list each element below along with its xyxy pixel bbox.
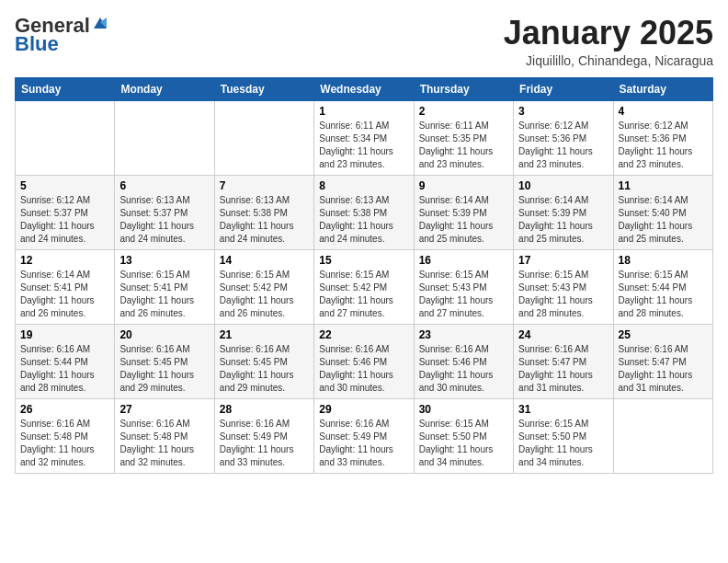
logo-blue: Blue <box>15 33 59 55</box>
day-info: Sunrise: 6:11 AM Sunset: 5:35 PM Dayligh… <box>419 120 508 171</box>
day-number: 8 <box>319 179 408 192</box>
day-info: Sunrise: 6:14 AM Sunset: 5:40 PM Dayligh… <box>619 194 708 246</box>
calendar-cell: 16Sunrise: 6:15 AM Sunset: 5:43 PM Dayli… <box>414 249 513 324</box>
calendar-table: SundayMondayTuesdayWednesdayThursdayFrid… <box>15 77 713 474</box>
day-number: 17 <box>518 254 608 267</box>
calendar-dow-tuesday: Tuesday <box>214 77 313 100</box>
title-block: January 2025 Jiquilillo, Chinandega, Nic… <box>504 15 713 68</box>
calendar-dow-sunday: Sunday <box>16 77 115 100</box>
calendar-cell: 4Sunrise: 6:12 AM Sunset: 5:36 PM Daylig… <box>613 100 712 175</box>
day-number: 18 <box>619 254 708 267</box>
logo: General Blue <box>15 15 108 55</box>
day-info: Sunrise: 6:15 AM Sunset: 5:43 PM Dayligh… <box>518 269 608 320</box>
day-info: Sunrise: 6:16 AM Sunset: 5:46 PM Dayligh… <box>319 343 408 395</box>
location: Jiquilillo, Chinandega, Nicaragua <box>504 53 713 68</box>
day-number: 15 <box>319 254 408 267</box>
calendar-dow-wednesday: Wednesday <box>314 77 414 100</box>
calendar-cell: 22Sunrise: 6:16 AM Sunset: 5:46 PM Dayli… <box>314 324 414 398</box>
day-info: Sunrise: 6:13 AM Sunset: 5:38 PM Dayligh… <box>220 194 309 246</box>
day-number: 28 <box>220 403 309 416</box>
calendar-dow-saturday: Saturday <box>613 77 712 100</box>
day-number: 19 <box>20 328 109 341</box>
calendar-week-row: 12Sunrise: 6:14 AM Sunset: 5:41 PM Dayli… <box>16 249 713 324</box>
calendar-dow-friday: Friday <box>514 77 613 100</box>
calendar-cell <box>214 100 313 175</box>
day-number: 31 <box>518 403 608 416</box>
calendar-cell: 17Sunrise: 6:15 AM Sunset: 5:43 PM Dayli… <box>514 249 613 324</box>
day-info: Sunrise: 6:14 AM Sunset: 5:39 PM Dayligh… <box>518 194 608 246</box>
calendar-cell: 11Sunrise: 6:14 AM Sunset: 5:40 PM Dayli… <box>613 175 712 249</box>
day-number: 2 <box>419 105 508 118</box>
calendar-cell <box>16 100 115 175</box>
day-number: 25 <box>619 328 708 341</box>
calendar-cell: 10Sunrise: 6:14 AM Sunset: 5:39 PM Dayli… <box>514 175 613 249</box>
day-number: 29 <box>319 403 408 416</box>
calendar-cell: 7Sunrise: 6:13 AM Sunset: 5:38 PM Daylig… <box>214 175 313 249</box>
day-number: 9 <box>419 179 508 192</box>
day-number: 10 <box>518 179 608 192</box>
day-info: Sunrise: 6:16 AM Sunset: 5:48 PM Dayligh… <box>119 418 209 469</box>
day-info: Sunrise: 6:14 AM Sunset: 5:41 PM Dayligh… <box>20 269 109 320</box>
calendar-cell: 3Sunrise: 6:12 AM Sunset: 5:36 PM Daylig… <box>514 100 613 175</box>
calendar-cell: 14Sunrise: 6:15 AM Sunset: 5:42 PM Dayli… <box>214 249 313 324</box>
day-info: Sunrise: 6:15 AM Sunset: 5:44 PM Dayligh… <box>619 269 708 320</box>
calendar-dow-monday: Monday <box>115 77 214 100</box>
day-info: Sunrise: 6:16 AM Sunset: 5:47 PM Dayligh… <box>619 343 708 395</box>
calendar-cell: 18Sunrise: 6:15 AM Sunset: 5:44 PM Dayli… <box>613 249 712 324</box>
month-title: January 2025 <box>504 15 713 52</box>
day-info: Sunrise: 6:13 AM Sunset: 5:38 PM Dayligh… <box>319 194 408 246</box>
calendar-cell: 21Sunrise: 6:16 AM Sunset: 5:45 PM Dayli… <box>214 324 313 398</box>
day-info: Sunrise: 6:16 AM Sunset: 5:45 PM Dayligh… <box>220 343 309 395</box>
day-info: Sunrise: 6:16 AM Sunset: 5:44 PM Dayligh… <box>20 343 109 395</box>
calendar-cell: 20Sunrise: 6:16 AM Sunset: 5:45 PM Dayli… <box>115 324 214 398</box>
day-info: Sunrise: 6:16 AM Sunset: 5:48 PM Dayligh… <box>20 418 109 469</box>
day-info: Sunrise: 6:12 AM Sunset: 5:36 PM Dayligh… <box>518 120 608 171</box>
day-number: 1 <box>319 105 408 118</box>
calendar-cell <box>613 398 712 473</box>
calendar-cell: 8Sunrise: 6:13 AM Sunset: 5:38 PM Daylig… <box>314 175 414 249</box>
day-info: Sunrise: 6:16 AM Sunset: 5:47 PM Dayligh… <box>518 343 608 395</box>
day-info: Sunrise: 6:16 AM Sunset: 5:49 PM Dayligh… <box>319 418 408 469</box>
day-number: 13 <box>119 254 209 267</box>
calendar-week-row: 26Sunrise: 6:16 AM Sunset: 5:48 PM Dayli… <box>16 398 713 473</box>
day-info: Sunrise: 6:14 AM Sunset: 5:39 PM Dayligh… <box>419 194 508 246</box>
calendar-week-row: 1Sunrise: 6:11 AM Sunset: 5:34 PM Daylig… <box>16 100 713 175</box>
day-info: Sunrise: 6:16 AM Sunset: 5:45 PM Dayligh… <box>119 343 209 395</box>
day-number: 6 <box>119 179 209 192</box>
calendar-cell: 27Sunrise: 6:16 AM Sunset: 5:48 PM Dayli… <box>115 398 214 473</box>
day-number: 24 <box>518 328 608 341</box>
day-number: 21 <box>220 328 309 341</box>
day-number: 30 <box>419 403 508 416</box>
calendar-cell: 15Sunrise: 6:15 AM Sunset: 5:42 PM Dayli… <box>314 249 414 324</box>
calendar-cell: 24Sunrise: 6:16 AM Sunset: 5:47 PM Dayli… <box>514 324 613 398</box>
day-number: 12 <box>20 254 109 267</box>
calendar-week-row: 19Sunrise: 6:16 AM Sunset: 5:44 PM Dayli… <box>16 324 713 398</box>
day-info: Sunrise: 6:16 AM Sunset: 5:49 PM Dayligh… <box>220 418 309 469</box>
day-number: 20 <box>119 328 209 341</box>
day-number: 11 <box>619 179 708 192</box>
calendar-cell: 31Sunrise: 6:15 AM Sunset: 5:50 PM Dayli… <box>514 398 613 473</box>
day-number: 3 <box>518 105 608 118</box>
day-number: 27 <box>119 403 209 416</box>
calendar-cell: 12Sunrise: 6:14 AM Sunset: 5:41 PM Dayli… <box>16 249 115 324</box>
calendar-cell <box>115 100 214 175</box>
calendar-cell: 29Sunrise: 6:16 AM Sunset: 5:49 PM Dayli… <box>314 398 414 473</box>
day-number: 26 <box>20 403 109 416</box>
day-info: Sunrise: 6:15 AM Sunset: 5:50 PM Dayligh… <box>419 418 508 469</box>
calendar-cell: 1Sunrise: 6:11 AM Sunset: 5:34 PM Daylig… <box>314 100 414 175</box>
day-info: Sunrise: 6:15 AM Sunset: 5:43 PM Dayligh… <box>419 269 508 320</box>
day-number: 4 <box>619 105 708 118</box>
day-number: 5 <box>20 179 109 192</box>
calendar-cell: 9Sunrise: 6:14 AM Sunset: 5:39 PM Daylig… <box>414 175 513 249</box>
day-number: 7 <box>220 179 309 192</box>
day-number: 23 <box>419 328 508 341</box>
logo-icon <box>92 16 108 32</box>
calendar-cell: 23Sunrise: 6:16 AM Sunset: 5:46 PM Dayli… <box>414 324 513 398</box>
calendar-dow-thursday: Thursday <box>414 77 513 100</box>
page-header: General Blue January 2025 Jiquilillo, Ch… <box>15 15 713 68</box>
day-info: Sunrise: 6:12 AM Sunset: 5:37 PM Dayligh… <box>20 194 109 246</box>
calendar-cell: 2Sunrise: 6:11 AM Sunset: 5:35 PM Daylig… <box>414 100 513 175</box>
day-info: Sunrise: 6:11 AM Sunset: 5:34 PM Dayligh… <box>319 120 408 171</box>
day-info: Sunrise: 6:15 AM Sunset: 5:42 PM Dayligh… <box>220 269 309 320</box>
day-number: 14 <box>220 254 309 267</box>
